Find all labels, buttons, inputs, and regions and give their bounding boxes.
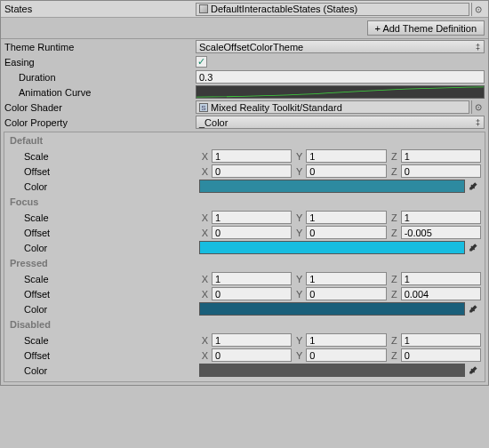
object-picker-button[interactable] [471,3,485,16]
offset-label: Offset [8,350,199,361]
pressed-color-field[interactable] [199,302,465,316]
axis-label-x[interactable]: X [199,289,210,300]
color-property-dropdown[interactable]: _Color [196,116,485,129]
pressed-offset-z-input[interactable]: 0.004 [401,287,481,300]
focus-scale-y-input[interactable]: 1 [306,211,386,224]
default-offset-z-input[interactable]: 0 [401,164,481,178]
offset-label: Offset [8,166,199,177]
default-offset-x-input[interactable]: 0 [212,164,292,178]
animation-curve-field[interactable] [196,85,485,99]
disabled-scale-x-input[interactable]: 1 [212,333,292,347]
disabled-offset-z-input[interactable]: 0 [401,348,481,362]
animation-curve-label: Animation Curve [4,87,196,98]
easing-checkbox[interactable]: ✓ [196,56,207,68]
color-label: Color [8,181,199,192]
disabled-color-field[interactable] [199,364,465,377]
disabled-scale-z-input[interactable]: 1 [401,333,481,347]
scale-label: Scale [8,274,199,284]
offset-label: Offset [8,228,199,238]
color-label: Color [8,304,199,315]
pressed-scale-x-input[interactable]: 1 [212,272,292,285]
disabled-scale-y-input[interactable]: 1 [306,333,386,347]
default-scale-z-input[interactable]: 1 [401,149,481,163]
axis-label-y[interactable]: Y [293,274,304,284]
focus-scale-z-input[interactable]: 1 [401,211,481,224]
axis-label-x[interactable]: X [199,335,210,346]
axis-label-z[interactable]: Z [389,289,399,300]
focus-scale-x-input[interactable]: 1 [212,211,292,224]
focus-offset-y-input[interactable]: 0 [306,226,386,239]
axis-label-y[interactable]: Y [293,228,304,238]
color-shader-field[interactable]: S Mixed Reality Toolkit/Standard [196,100,469,114]
axis-label-z[interactable]: Z [389,335,399,346]
disabled-offset-x-input[interactable]: 0 [212,348,292,362]
axis-label-z[interactable]: Z [389,166,399,177]
states-label: States [4,4,196,14]
default-color-field[interactable] [199,180,465,193]
eyedropper-icon[interactable] [467,364,481,377]
eyedropper-icon[interactable] [467,180,481,193]
default-offset-y-input[interactable]: 0 [306,164,386,178]
theme-runtime-label: Theme Runtime [4,42,196,52]
axis-label-z[interactable]: Z [389,228,399,238]
duration-input[interactable]: 0.3 [196,70,485,84]
axis-label-z[interactable]: Z [389,212,399,223]
scale-label: Scale [8,212,199,223]
states-object-value: DefaultInteractableStates (States) [211,4,357,14]
eyedropper-icon[interactable] [467,302,481,316]
state-header-default: Default [4,132,485,148]
easing-label: Easing [4,57,196,68]
color-label: Color [8,365,199,376]
states-object-field[interactable]: DefaultInteractableStates (States) [196,3,469,16]
axis-label-z[interactable]: Z [389,274,399,284]
focus-color-field[interactable] [199,241,465,254]
axis-label-z[interactable]: Z [389,350,399,361]
eyedropper-icon[interactable] [467,241,481,254]
axis-label-x[interactable]: X [199,350,210,361]
scale-label: Scale [8,151,199,162]
axis-label-y[interactable]: Y [293,151,304,162]
pressed-offset-x-input[interactable]: 0 [212,287,292,300]
axis-label-y[interactable]: Y [293,335,304,346]
scriptable-object-icon [199,4,208,13]
axis-label-y[interactable]: Y [293,166,304,177]
theme-runtime-dropdown[interactable]: ScaleOffsetColorTheme [196,40,485,53]
default-scale-y-input[interactable]: 1 [306,149,386,163]
object-picker-button[interactable] [471,100,485,114]
disabled-offset-y-input[interactable]: 0 [306,348,386,362]
axis-label-y[interactable]: Y [293,289,304,300]
color-label: Color [8,243,199,253]
focus-offset-x-input[interactable]: 0 [212,226,292,239]
axis-label-z[interactable]: Z [389,151,399,162]
color-shader-label: Color Shader [4,102,196,113]
axis-label-y[interactable]: Y [293,212,304,223]
pressed-scale-y-input[interactable]: 1 [306,272,386,285]
duration-label: Duration [4,72,196,83]
state-header-disabled: Disabled [4,316,485,332]
add-theme-definition-button[interactable]: + Add Theme Definition [367,20,485,36]
pressed-offset-y-input[interactable]: 0 [306,287,386,300]
state-header-pressed: Pressed [4,255,485,271]
axis-label-x[interactable]: X [199,151,210,162]
scale-label: Scale [8,335,199,346]
pressed-scale-z-input[interactable]: 1 [401,272,481,285]
axis-label-x[interactable]: X [199,212,210,223]
offset-label: Offset [8,289,199,300]
axis-label-x[interactable]: X [199,166,210,177]
default-scale-x-input[interactable]: 1 [212,149,292,163]
color-property-label: Color Property [4,117,196,128]
axis-label-x[interactable]: X [199,228,210,238]
axis-label-x[interactable]: X [199,274,210,284]
state-header-focus: Focus [4,194,485,210]
axis-label-y[interactable]: Y [293,350,304,361]
shader-icon: S [199,103,208,112]
focus-offset-z-input[interactable]: -0.005 [401,226,481,239]
